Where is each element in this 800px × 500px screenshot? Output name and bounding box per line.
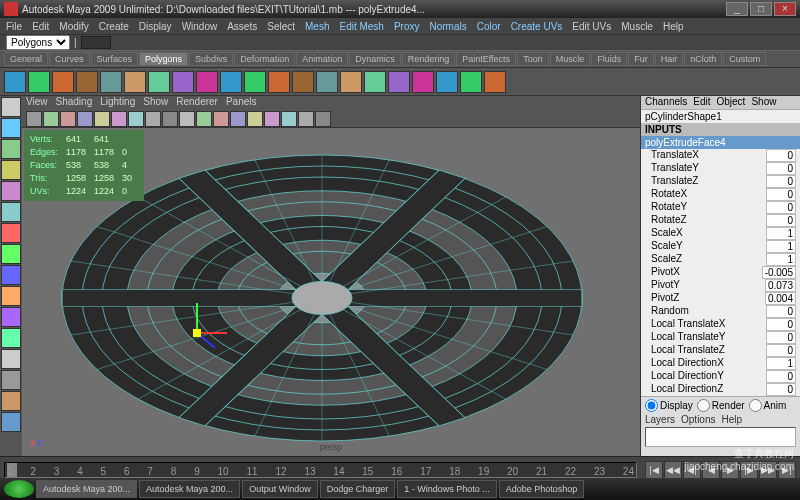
menu-create-uvs[interactable]: Create UVs bbox=[511, 21, 563, 32]
panel-icon-17[interactable] bbox=[315, 111, 331, 127]
attr-translatez[interactable]: TranslateZ0 bbox=[641, 175, 800, 188]
tool-8[interactable] bbox=[1, 265, 21, 285]
menu-proxy[interactable]: Proxy bbox=[394, 21, 420, 32]
shelf-icon-9[interactable] bbox=[220, 71, 242, 93]
menu-select[interactable]: Select bbox=[267, 21, 295, 32]
attr-local-directiony[interactable]: Local DirectionY0 bbox=[641, 370, 800, 383]
menu-edit-uvs[interactable]: Edit UVs bbox=[572, 21, 611, 32]
shelf-tab-subdivs[interactable]: Subdivs bbox=[189, 52, 233, 66]
menu-muscle[interactable]: Muscle bbox=[621, 21, 653, 32]
panel-menu-shading[interactable]: Shading bbox=[56, 96, 93, 110]
shelf-tab-muscle[interactable]: Muscle bbox=[550, 52, 591, 66]
panel-menu-show[interactable]: Show bbox=[143, 96, 168, 110]
shelf-tab-deformation[interactable]: Deformation bbox=[234, 52, 295, 66]
attr-rotatey[interactable]: RotateY0 bbox=[641, 201, 800, 214]
shelf-icon-7[interactable] bbox=[172, 71, 194, 93]
module-selector[interactable]: Polygons bbox=[6, 35, 70, 50]
viewport-persp[interactable]: Verts:641641Edges:117811780Faces:5385384… bbox=[22, 128, 640, 456]
panel-icon-12[interactable] bbox=[230, 111, 246, 127]
channel-tab-show[interactable]: Show bbox=[751, 96, 776, 109]
attr-local-translatex[interactable]: Local TranslateX0 bbox=[641, 318, 800, 331]
panel-icon-15[interactable] bbox=[281, 111, 297, 127]
panel-icon-13[interactable] bbox=[247, 111, 263, 127]
taskbar-item[interactable]: Autodesk Maya 200... bbox=[36, 480, 137, 498]
menu-edit-mesh[interactable]: Edit Mesh bbox=[339, 21, 383, 32]
panel-icon-11[interactable] bbox=[213, 111, 229, 127]
tool-5[interactable] bbox=[1, 202, 21, 222]
shelf-icon-12[interactable] bbox=[292, 71, 314, 93]
channel-tab-object[interactable]: Object bbox=[717, 96, 746, 109]
panel-menu-lighting[interactable]: Lighting bbox=[100, 96, 135, 110]
shelf-tab-painteffects[interactable]: PaintEffects bbox=[456, 52, 516, 66]
shelf-icon-6[interactable] bbox=[148, 71, 170, 93]
layer-menu-layers[interactable]: Layers bbox=[645, 414, 675, 425]
taskbar-item[interactable]: Dodge Charger bbox=[320, 480, 396, 498]
shelf-icon-18[interactable] bbox=[436, 71, 458, 93]
shelf-tab-polygons[interactable]: Polygons bbox=[139, 52, 188, 66]
attr-local-directionz[interactable]: Local DirectionZ0 bbox=[641, 383, 800, 396]
channel-box[interactable]: pCylinderShape1 INPUTS polyExtrudeFace4 … bbox=[641, 110, 800, 396]
attr-pivoty[interactable]: PivotY0.073 bbox=[641, 279, 800, 292]
shelf-tab-general[interactable]: General bbox=[4, 52, 48, 66]
attr-scaley[interactable]: ScaleY1 bbox=[641, 240, 800, 253]
status-field[interactable] bbox=[81, 36, 111, 49]
taskbar-item[interactable]: Adobe Photoshop bbox=[499, 480, 585, 498]
menu-modify[interactable]: Modify bbox=[59, 21, 88, 32]
tool-4[interactable] bbox=[1, 181, 21, 201]
taskbar-item[interactable]: 1 - Windows Photo ... bbox=[397, 480, 497, 498]
shelf-tab-toon[interactable]: Toon bbox=[517, 52, 549, 66]
tool-13[interactable] bbox=[1, 370, 21, 390]
shelf-tab-animation[interactable]: Animation bbox=[296, 52, 348, 66]
panel-icon-2[interactable] bbox=[60, 111, 76, 127]
menu-window[interactable]: Window bbox=[182, 21, 218, 32]
shelf-icon-4[interactable] bbox=[100, 71, 122, 93]
shelf-tab-surfaces[interactable]: Surfaces bbox=[91, 52, 139, 66]
panel-icon-16[interactable] bbox=[298, 111, 314, 127]
tool-3[interactable] bbox=[1, 160, 21, 180]
tool-11[interactable] bbox=[1, 328, 21, 348]
panel-icon-9[interactable] bbox=[179, 111, 195, 127]
shelf-icon-13[interactable] bbox=[316, 71, 338, 93]
input-node-selected[interactable]: polyExtrudeFace4 bbox=[641, 136, 800, 149]
panel-icon-4[interactable] bbox=[94, 111, 110, 127]
menu-mesh[interactable]: Mesh bbox=[305, 21, 329, 32]
channel-tab-channels[interactable]: Channels bbox=[645, 96, 687, 109]
shelf-icon-5[interactable] bbox=[124, 71, 146, 93]
shelf-icon-16[interactable] bbox=[388, 71, 410, 93]
shelf-icon-2[interactable] bbox=[52, 71, 74, 93]
shelf-tab-ncloth[interactable]: nCloth bbox=[684, 52, 722, 66]
tool-9[interactable] bbox=[1, 286, 21, 306]
tool-7[interactable] bbox=[1, 244, 21, 264]
layer-menu-options[interactable]: Options bbox=[681, 414, 715, 425]
shelf-tab-fur[interactable]: Fur bbox=[628, 52, 654, 66]
attr-random[interactable]: Random0 bbox=[641, 305, 800, 318]
panel-icon-3[interactable] bbox=[77, 111, 93, 127]
menu-display[interactable]: Display bbox=[139, 21, 172, 32]
attr-local-directionx[interactable]: Local DirectionX1 bbox=[641, 357, 800, 370]
playback-btn-0[interactable]: |◀ bbox=[645, 461, 663, 479]
menu-assets[interactable]: Assets bbox=[227, 21, 257, 32]
panel-icon-5[interactable] bbox=[111, 111, 127, 127]
attr-rotatez[interactable]: RotateZ0 bbox=[641, 214, 800, 227]
panel-icon-8[interactable] bbox=[162, 111, 178, 127]
tool-15[interactable] bbox=[1, 412, 21, 432]
shelf-icon-20[interactable] bbox=[484, 71, 506, 93]
time-slider[interactable]: 123456789101112131415161718192021222324 bbox=[4, 462, 637, 478]
maximize-button[interactable]: □ bbox=[750, 2, 772, 16]
shelf-icon-14[interactable] bbox=[340, 71, 362, 93]
tool-1[interactable] bbox=[1, 118, 21, 138]
attr-translatey[interactable]: TranslateY0 bbox=[641, 162, 800, 175]
shelf-icon-1[interactable] bbox=[28, 71, 50, 93]
minimize-button[interactable]: _ bbox=[726, 2, 748, 16]
shelf-icon-17[interactable] bbox=[412, 71, 434, 93]
attr-scalez[interactable]: ScaleZ1 bbox=[641, 253, 800, 266]
menu-normals[interactable]: Normals bbox=[430, 21, 467, 32]
panel-icon-0[interactable] bbox=[26, 111, 42, 127]
tool-14[interactable] bbox=[1, 391, 21, 411]
layer-menu-help[interactable]: Help bbox=[721, 414, 742, 425]
shelf-tab-hair[interactable]: Hair bbox=[655, 52, 684, 66]
panel-icon-14[interactable] bbox=[264, 111, 280, 127]
tool-2[interactable] bbox=[1, 139, 21, 159]
playback-btn-1[interactable]: ◀◀ bbox=[664, 461, 682, 479]
shelf-icon-15[interactable] bbox=[364, 71, 386, 93]
